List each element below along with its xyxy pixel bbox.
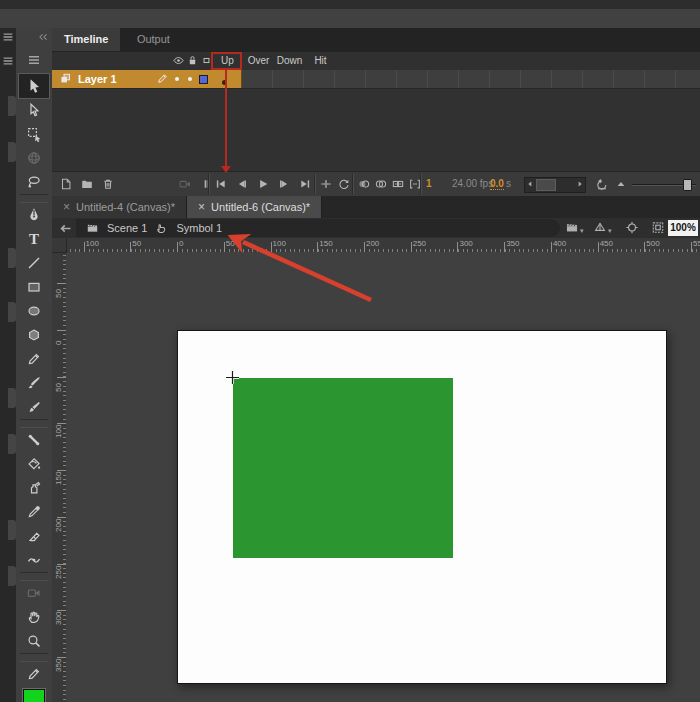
lasso-tool[interactable] bbox=[19, 170, 49, 194]
multiframe-icon bbox=[391, 177, 405, 191]
docked-panel-stub[interactable] bbox=[8, 388, 16, 408]
stage-canvas[interactable] bbox=[177, 330, 667, 684]
layer-name-cell[interactable]: Layer 1 bbox=[52, 70, 211, 88]
eraser-tool[interactable] bbox=[19, 524, 49, 548]
document-tab[interactable]: ×Untitled-4 (Canvas)* bbox=[52, 196, 187, 218]
new-layer-button[interactable] bbox=[57, 175, 75, 193]
green-rectangle-shape[interactable] bbox=[233, 378, 453, 558]
vertical-ruler[interactable]: 50050100150200250300350400 bbox=[52, 252, 67, 702]
new-folder-button[interactable] bbox=[78, 175, 96, 193]
pen-tool[interactable] bbox=[19, 203, 49, 227]
pencil-tool[interactable] bbox=[19, 347, 49, 371]
stage-zoom-field[interactable]: 100% bbox=[668, 220, 698, 236]
back-button[interactable] bbox=[58, 221, 73, 235]
free-transform-tool[interactable] bbox=[19, 122, 49, 146]
frame-label-over[interactable]: Over bbox=[243, 52, 274, 70]
fill-color-swatch[interactable] bbox=[23, 689, 45, 702]
loop-playback-button[interactable] bbox=[335, 175, 353, 193]
subselection-tool[interactable] bbox=[19, 98, 49, 122]
breadcrumb-symbol[interactable]: Symbol 1 bbox=[176, 222, 222, 234]
scroll-right-button[interactable] bbox=[575, 178, 585, 190]
delete-layer-button[interactable] bbox=[99, 175, 117, 193]
stroke-color-tool[interactable] bbox=[19, 662, 49, 686]
zoom-slider-knob[interactable] bbox=[683, 179, 692, 191]
go-to-first-frame-button[interactable] bbox=[212, 175, 230, 193]
close-icon[interactable]: × bbox=[198, 201, 205, 213]
text-tool[interactable]: T bbox=[19, 227, 49, 251]
clip-content-button[interactable] bbox=[650, 220, 667, 236]
ink-bottle-tool[interactable] bbox=[19, 476, 49, 500]
scroll-left-button[interactable] bbox=[525, 178, 535, 190]
layer-visible-dot[interactable] bbox=[175, 77, 179, 81]
reset-timeline-zoom-button[interactable] bbox=[593, 175, 611, 193]
timeline-track-area[interactable] bbox=[52, 89, 700, 172]
width-tool[interactable] bbox=[19, 548, 49, 572]
line-tool[interactable] bbox=[19, 251, 49, 275]
frame-label-hit[interactable]: Hit bbox=[305, 52, 336, 70]
zoom-tool[interactable] bbox=[19, 629, 49, 653]
elapsed-time[interactable]: 0.0s bbox=[490, 172, 511, 196]
collapse-panel-button[interactable] bbox=[36, 30, 50, 42]
breadcrumb-scene[interactable]: Scene 1 bbox=[107, 222, 147, 234]
edit-multiple-frames-button[interactable] bbox=[389, 175, 407, 193]
paint-bucket-tool[interactable] bbox=[19, 452, 49, 476]
frame-label-down[interactable]: Down bbox=[274, 52, 305, 70]
playhead[interactable] bbox=[211, 52, 242, 70]
docked-panel-stub[interactable] bbox=[8, 248, 16, 268]
docked-panel-stub[interactable] bbox=[8, 302, 16, 322]
play-button[interactable] bbox=[254, 175, 272, 193]
center-stage-button[interactable] bbox=[624, 220, 641, 236]
docked-panel-stub[interactable] bbox=[8, 142, 16, 162]
docked-panel-stub[interactable] bbox=[8, 96, 16, 116]
lock-column-header[interactable] bbox=[186, 54, 199, 67]
selection-tool[interactable] bbox=[19, 74, 49, 98]
timeline-scrollbar[interactable] bbox=[524, 177, 586, 193]
layer-outline-swatch[interactable] bbox=[199, 75, 208, 84]
go-to-last-frame-button[interactable] bbox=[296, 175, 314, 193]
docked-panel-stub[interactable] bbox=[8, 520, 16, 540]
tab-timeline[interactable]: Timeline bbox=[52, 28, 120, 51]
edit-scene-button[interactable] bbox=[564, 220, 581, 236]
layer-name[interactable]: Layer 1 bbox=[78, 70, 117, 88]
step-forward-button[interactable] bbox=[275, 175, 293, 193]
paint-brush-tool[interactable] bbox=[19, 395, 49, 419]
panel-menu-icon[interactable] bbox=[1, 54, 15, 66]
camera-tool[interactable] bbox=[19, 581, 49, 605]
onion-skin-button[interactable] bbox=[355, 175, 373, 193]
panel-menu-icon[interactable] bbox=[1, 30, 15, 42]
ruler-label: 100 bbox=[54, 425, 63, 438]
divider bbox=[208, 174, 210, 194]
timeline-zoom-slider[interactable] bbox=[632, 184, 696, 186]
zoom-step-button[interactable] bbox=[612, 175, 630, 193]
3d-rotation-tool[interactable] bbox=[19, 146, 49, 170]
bone-tool[interactable] bbox=[19, 428, 49, 452]
folder-icon bbox=[80, 177, 94, 191]
horizontal-ruler[interactable]: 10050050100150200250300350400450500550 bbox=[52, 238, 700, 253]
fill-color-tool[interactable] bbox=[19, 686, 49, 702]
frame-rate[interactable]: 24.00 fps bbox=[452, 172, 493, 196]
onion-skin-outlines-button[interactable] bbox=[372, 175, 390, 193]
step-back-button[interactable] bbox=[233, 175, 251, 193]
pasteboard[interactable] bbox=[66, 252, 700, 702]
scrollbar-thumb[interactable] bbox=[536, 179, 556, 191]
tab-output[interactable]: Output bbox=[125, 28, 182, 51]
close-icon[interactable]: × bbox=[63, 201, 70, 213]
oval-tool[interactable] bbox=[19, 299, 49, 323]
brush-tool[interactable] bbox=[19, 371, 49, 395]
polystar-tool[interactable] bbox=[19, 323, 49, 347]
layer-row[interactable]: Layer 1 bbox=[52, 70, 700, 89]
edit-symbol-button[interactable] bbox=[592, 220, 609, 236]
document-tab-active[interactable]: ×Untitled-6 (Canvas)* bbox=[187, 196, 322, 218]
rectangle-tool[interactable] bbox=[19, 275, 49, 299]
docked-panel-stub[interactable] bbox=[8, 434, 16, 454]
layer-frames[interactable] bbox=[211, 70, 700, 88]
eyedropper-tool[interactable] bbox=[19, 500, 49, 524]
layer-lock-dot[interactable] bbox=[188, 77, 192, 81]
docked-panel-stub[interactable] bbox=[8, 566, 16, 586]
center-frame-button[interactable] bbox=[317, 175, 335, 193]
pyramid-icon bbox=[592, 220, 608, 235]
hand-tool[interactable] bbox=[19, 605, 49, 629]
frame-ruler[interactable]: UpOverDownHit bbox=[211, 52, 700, 70]
tools-menu-icon[interactable] bbox=[26, 52, 42, 66]
show-hide-column-header[interactable] bbox=[172, 54, 185, 67]
